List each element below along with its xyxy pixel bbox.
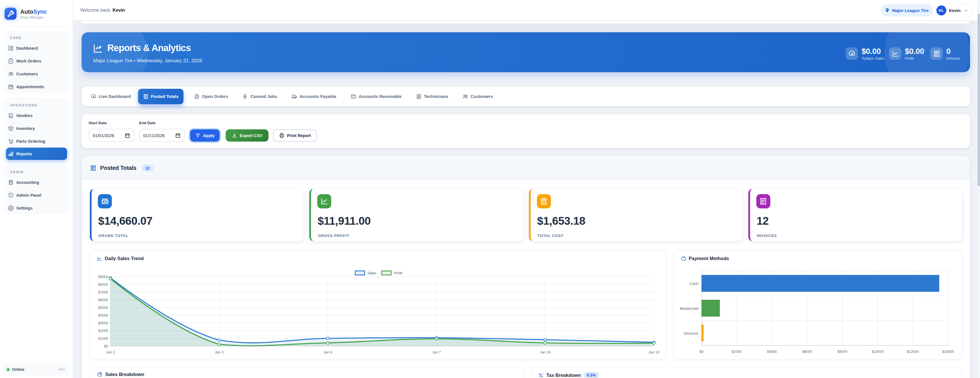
svg-text:Jan 19: Jan 19 xyxy=(649,350,659,354)
svg-text:$7000: $7000 xyxy=(98,290,108,294)
svg-text:$6000: $6000 xyxy=(802,350,812,354)
svg-text:$2000: $2000 xyxy=(732,350,742,354)
svg-text:$9000: $9000 xyxy=(98,275,108,279)
svg-text:$5000: $5000 xyxy=(98,306,108,310)
svg-text:$10000: $10000 xyxy=(872,350,884,354)
svg-text:Jan 7: Jan 7 xyxy=(432,350,441,354)
svg-text:$6000: $6000 xyxy=(98,298,108,302)
svg-text:$8000: $8000 xyxy=(98,282,108,287)
svg-text:$1000: $1000 xyxy=(98,337,108,341)
svg-text:$14000: $14000 xyxy=(942,350,954,354)
svg-text:$4000: $4000 xyxy=(767,350,777,354)
svg-text:Profit: Profit xyxy=(394,271,402,275)
svg-text:Jan 2: Jan 2 xyxy=(106,350,115,354)
svg-text:$4000: $4000 xyxy=(98,314,108,317)
svg-text:Cash: Cash xyxy=(690,282,698,286)
svg-text:$0: $0 xyxy=(700,350,703,354)
svg-text:$0: $0 xyxy=(104,344,108,348)
svg-text:Jan 18: Jan 18 xyxy=(540,350,550,354)
svg-text:$8000: $8000 xyxy=(837,350,847,354)
svg-text:Jan 4: Jan 4 xyxy=(323,350,332,354)
svg-text:Jan 3: Jan 3 xyxy=(215,350,224,354)
svg-text:Sales: Sales xyxy=(368,271,376,275)
svg-text:Mastercard: Mastercard xyxy=(680,306,698,311)
svg-text:$2000: $2000 xyxy=(98,329,108,333)
svg-text:$12000: $12000 xyxy=(907,350,919,354)
svg-text:$3000: $3000 xyxy=(98,321,108,325)
svg-text:Discover: Discover xyxy=(684,331,698,335)
